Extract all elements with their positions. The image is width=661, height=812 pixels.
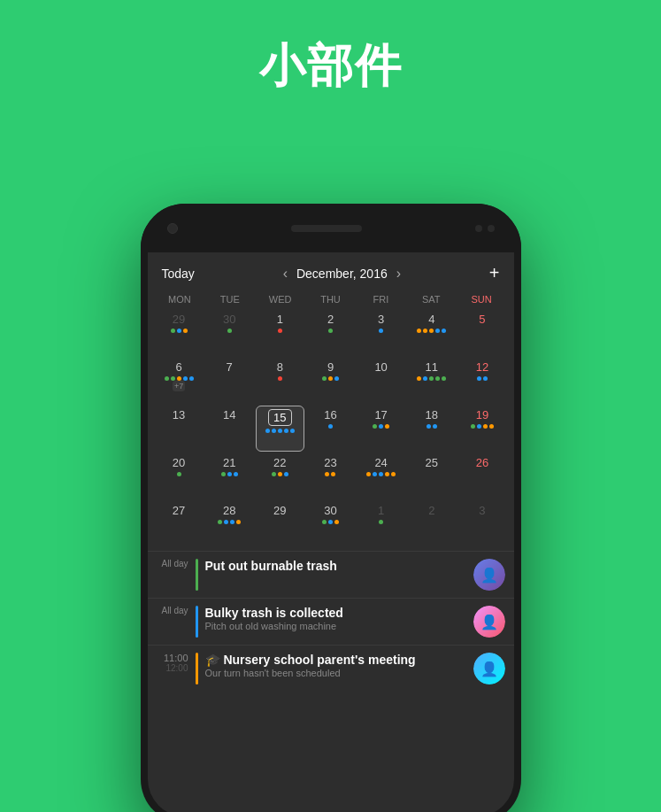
table-row[interactable]: 20 (155, 453, 204, 499)
table-row[interactable]: 16 (306, 406, 355, 452)
table-row[interactable]: 29 (256, 501, 304, 547)
events-section: All day Put out burnable trash 👤 (148, 551, 514, 692)
page-background: 小部件 Today ‹ (0, 0, 661, 812)
month-title: December, 2016 (296, 267, 388, 281)
calendar-nav: ‹ December, 2016 › (283, 266, 401, 282)
table-row[interactable]: 9 (306, 358, 355, 404)
next-month-button[interactable]: › (396, 266, 401, 282)
event-time-2: All day (157, 606, 188, 638)
event-content-1: Put out burnable trash (205, 559, 466, 591)
calendar-widget: Today ‹ December, 2016 › + MON TUE WED (148, 252, 514, 692)
day-fri: FRI (356, 290, 406, 308)
day-mon: MON (155, 290, 205, 308)
event-row-3[interactable]: 11:00 12:00 🎓 Nursery school parent's me… (148, 645, 514, 692)
avatar-image-2: 👤 (473, 606, 505, 638)
phone-camera (167, 223, 178, 234)
table-row[interactable]: 30 (306, 501, 355, 547)
day-thu: THU (305, 290, 356, 308)
day-sat: SAT (406, 290, 457, 308)
event-time-3: 11:00 12:00 (157, 653, 188, 684)
table-row[interactable]: 28 (205, 501, 254, 547)
event-subtitle-3: Our turn hasn't been scheduled (205, 668, 466, 678)
table-row[interactable]: 21 (205, 453, 254, 499)
phone-speaker (291, 225, 362, 232)
table-row[interactable]: 1 (357, 501, 405, 547)
event-indicator-3 (196, 653, 198, 684)
event-avatar-1: 👤 (473, 559, 505, 591)
event-content-3: 🎓 Nursery school parent's meeting Our tu… (205, 653, 466, 684)
table-row[interactable]: 19 (457, 406, 506, 452)
today-button[interactable]: Today (162, 267, 195, 281)
table-row[interactable]: 8 (256, 358, 304, 404)
event-indicator-1 (196, 559, 198, 591)
table-row[interactable]: 6+7 (155, 358, 204, 404)
event-title-2: Bulky trash is collected (205, 606, 466, 620)
page-title: 小部件 (0, 0, 661, 97)
event-title-3: 🎓 Nursery school parent's meeting (205, 653, 466, 667)
day-sun: SUN (457, 290, 507, 308)
prev-month-button[interactable]: ‹ (283, 266, 288, 282)
today-cell[interactable]: 15 (256, 406, 304, 452)
table-row[interactable]: 3 (357, 310, 405, 356)
table-row[interactable]: 5 (457, 310, 506, 356)
day-names-header: MON TUE WED THU FRI SAT SUN (148, 290, 514, 308)
table-row[interactable]: 23 (306, 453, 355, 499)
day-tue: TUE (204, 290, 255, 308)
table-row[interactable]: 14 (205, 406, 254, 452)
table-row[interactable]: 17 (357, 406, 405, 452)
table-row[interactable]: 2 (306, 310, 355, 356)
sensor-2 (488, 225, 495, 232)
phone-top-bar (141, 204, 521, 252)
phone-outer: Today ‹ December, 2016 › + MON TUE WED (141, 204, 521, 812)
event-indicator-2 (196, 606, 198, 638)
calendar-grid: 29 30 1 2 3 4 5 6+7 7 8 9 10 11 (148, 310, 514, 547)
phone-screen: Today ‹ December, 2016 › + MON TUE WED (148, 252, 514, 812)
table-row[interactable]: 27 (155, 501, 204, 547)
table-row[interactable]: 7 (205, 358, 254, 404)
table-row[interactable]: 10 (357, 358, 405, 404)
table-row[interactable]: 2 (407, 501, 456, 547)
table-row[interactable]: 3 (457, 501, 506, 547)
avatar-image-1: 👤 (473, 559, 505, 591)
event-time-1: All day (157, 559, 188, 591)
avatar-image-3: 👤 (473, 653, 505, 684)
day-wed: WED (255, 290, 305, 308)
table-row[interactable]: 26 (457, 453, 506, 499)
sensor-1 (475, 225, 482, 232)
event-content-2: Bulky trash is collected Pitch out old w… (205, 606, 466, 638)
event-row-2[interactable]: All day Bulky trash is collected Pitch o… (148, 598, 514, 645)
event-subtitle-2: Pitch out old washing machine (205, 621, 466, 631)
add-event-button[interactable]: + (489, 263, 500, 283)
table-row[interactable]: 1 (256, 310, 304, 356)
event-row[interactable]: All day Put out burnable trash 👤 (148, 551, 514, 598)
event-title-1: Put out burnable trash (205, 559, 466, 573)
calendar-header: Today ‹ December, 2016 › + (148, 252, 514, 290)
table-row[interactable]: 29 (155, 310, 204, 356)
phone-container: Today ‹ December, 2016 › + MON TUE WED (141, 204, 521, 812)
table-row[interactable]: 24 (357, 453, 405, 499)
event-avatar-2: 👤 (473, 606, 505, 638)
phone-sensors (475, 225, 495, 232)
table-row[interactable]: 18 (407, 406, 456, 452)
table-row[interactable]: 11 (407, 358, 456, 404)
table-row[interactable]: 25 (407, 453, 456, 499)
table-row[interactable]: 4 (407, 310, 456, 356)
event-avatar-3: 👤 (473, 653, 505, 684)
table-row[interactable]: 13 (155, 406, 204, 452)
table-row[interactable]: 30 (205, 310, 254, 356)
table-row[interactable]: 12 (457, 358, 506, 404)
table-row[interactable]: 22 (256, 453, 304, 499)
